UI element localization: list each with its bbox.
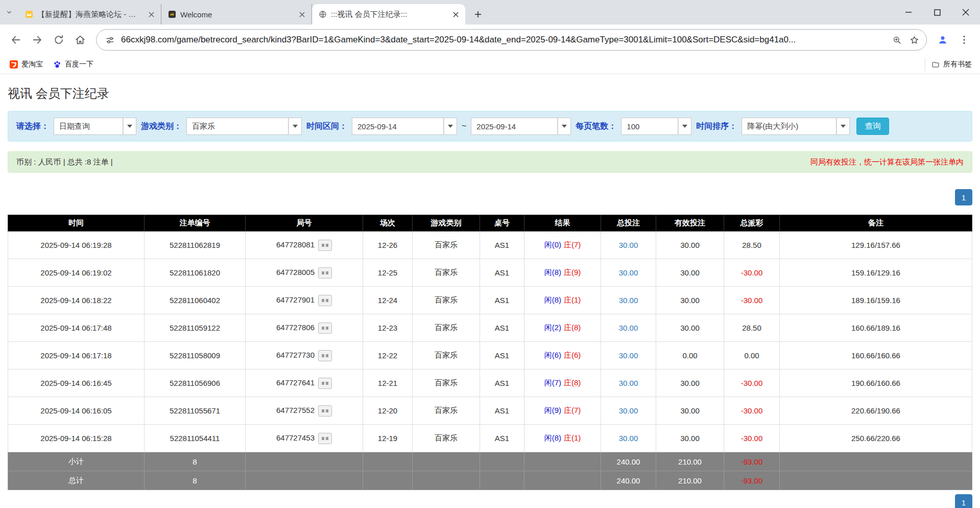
cell-bet-id: 522811061820 <box>145 259 246 287</box>
cell-game-type: 百家乐 <box>413 397 480 425</box>
browser-toolbar: 66cxkj98.com/game/betrecord_search/kind3… <box>0 25 980 55</box>
round-detail-icon[interactable] <box>318 350 332 361</box>
forward-icon[interactable] <box>27 29 48 51</box>
round-id-text: 647727552 <box>276 405 315 414</box>
pagination-top: 1 <box>8 189 972 205</box>
back-icon[interactable] <box>5 29 27 51</box>
round-id-text: 647727901 <box>276 295 315 304</box>
close-window-button[interactable] <box>951 0 980 25</box>
tab-bet-records[interactable]: :::视讯 会员下注纪录::: <box>312 4 465 25</box>
cell-total-bet: 30.00 <box>601 314 656 342</box>
chevron-down-icon[interactable] <box>678 118 691 135</box>
menu-kebab-icon[interactable] <box>953 29 975 51</box>
close-tab-icon[interactable] <box>450 9 461 20</box>
cell-note: 189.16/159.16 <box>780 287 972 314</box>
cell-bet-id: 522811058009 <box>145 342 246 370</box>
round-detail-icon[interactable] <box>318 240 332 251</box>
round-id-text: 647728081 <box>276 240 315 248</box>
bookmark-taobao[interactable]: 爱淘宝 <box>5 58 47 71</box>
tab-title: Welcome <box>180 10 291 19</box>
cell-valid-bet: 30.00 <box>656 370 724 397</box>
table-row: 2025-09-14 06:19:28522811062819647728081… <box>8 232 972 259</box>
cell-round-id: 647727730 <box>246 342 363 370</box>
total-bet-link[interactable]: 30.00 <box>619 241 638 249</box>
refresh-icon[interactable] <box>48 29 69 51</box>
profile-icon[interactable] <box>932 29 953 51</box>
pagination-bottom: 1 <box>8 494 972 508</box>
chevron-down-icon[interactable] <box>444 118 457 135</box>
round-detail-icon[interactable] <box>318 267 332 279</box>
page-1-button[interactable]: 1 <box>955 494 972 508</box>
cell-time: 2025-09-14 06:18:22 <box>8 287 145 314</box>
browser-window: { "colors": { "accent_blue": "#337ab7", … <box>0 0 980 508</box>
per-page-select[interactable]: 100 <box>621 118 691 135</box>
bookmarks-bar: 爱淘宝 百度一下 所有书签 <box>0 55 980 74</box>
total-bet-link[interactable]: 30.00 <box>619 379 638 387</box>
total-bet-link[interactable]: 30.00 <box>619 296 638 305</box>
total-bet-link[interactable]: 30.00 <box>619 268 638 277</box>
game-type-select[interactable]: 百家乐 <box>186 118 302 135</box>
page-1-button[interactable]: 1 <box>955 189 972 205</box>
cell-note: 160.66/189.16 <box>780 314 972 342</box>
round-detail-icon[interactable] <box>318 405 332 417</box>
tab-welcome[interactable]: Welcome <box>161 4 312 25</box>
cell-payout: 28.50 <box>724 232 780 259</box>
table-row: 2025-09-14 06:16:05522811055671647727552… <box>8 397 972 425</box>
result-banker: 庄(8) <box>564 378 581 387</box>
bookmark-baidu[interactable]: 百度一下 <box>49 58 98 71</box>
cell-payout: -30.00 <box>724 425 780 452</box>
home-icon[interactable] <box>69 29 91 51</box>
total-bet-link[interactable]: 30.00 <box>619 406 638 415</box>
close-tab-icon[interactable] <box>296 9 307 20</box>
column-header: 游戏类别 <box>413 215 480 232</box>
sort-select[interactable]: 降幂(由大到小) <box>742 118 850 135</box>
bookmark-label: 百度一下 <box>65 60 93 69</box>
address-bar[interactable]: 66cxkj98.com/game/betrecord_search/kind3… <box>96 29 927 51</box>
sort-label: 时间排序： <box>696 121 737 132</box>
round-detail-icon[interactable] <box>318 378 332 389</box>
bookmark-star-icon[interactable] <box>908 34 920 46</box>
date-end-select[interactable]: 2025-09-14 <box>471 118 571 135</box>
cell-session: 12-19 <box>363 425 413 452</box>
cell-total-bet: 30.00 <box>601 370 656 397</box>
round-detail-icon[interactable] <box>318 295 332 306</box>
chevron-down-icon[interactable] <box>123 118 136 135</box>
chevron-down-icon[interactable] <box>836 118 850 135</box>
game-type-value: 百家乐 <box>186 118 289 135</box>
tab-search-chevron-icon[interactable] <box>0 0 18 25</box>
cell-table-no: AS1 <box>480 425 524 452</box>
summary-count: 8 <box>145 452 246 471</box>
minimize-button[interactable] <box>894 0 923 25</box>
cell-total-bet: 30.00 <box>601 397 656 425</box>
cell-total-bet: 30.00 <box>601 287 656 314</box>
total-bet-link[interactable]: 30.00 <box>619 324 638 332</box>
cell-session: 12-25 <box>363 259 413 287</box>
round-detail-icon[interactable] <box>318 322 332 334</box>
round-detail-icon[interactable] <box>318 433 332 444</box>
chevron-down-icon[interactable] <box>289 118 302 135</box>
cell-total-bet: 30.00 <box>601 425 656 452</box>
per-page-value: 100 <box>621 118 678 135</box>
query-type-select[interactable]: 日期查询 <box>54 118 136 135</box>
cell-table-no: AS1 <box>480 259 524 287</box>
chevron-down-icon[interactable] <box>558 118 571 135</box>
zoom-icon[interactable] <box>891 34 903 46</box>
result-banker: 庄(1) <box>564 433 581 442</box>
close-tab-icon[interactable] <box>146 9 157 20</box>
total-bet-link[interactable]: 30.00 <box>619 351 638 360</box>
cell-round-id: 647727453 <box>246 425 363 452</box>
maximize-button[interactable] <box>923 0 951 25</box>
cell-valid-bet: 30.00 <box>656 287 724 314</box>
cell-game-type: 百家乐 <box>413 370 480 397</box>
date-start-value: 2025-09-14 <box>352 118 444 135</box>
date-start-select[interactable]: 2025-09-14 <box>352 118 457 135</box>
total-bet-link[interactable]: 30.00 <box>619 434 638 443</box>
url-text[interactable]: 66cxkj98.com/game/betrecord_search/kind3… <box>121 35 886 45</box>
tab-forum[interactable]: 【新提醒】海燕策略论坛 - 综合 <box>18 4 161 25</box>
new-tab-button[interactable]: + <box>469 6 487 23</box>
all-bookmarks[interactable]: 所有书签 <box>925 58 975 71</box>
search-button[interactable]: 查询 <box>856 118 889 135</box>
site-settings-icon[interactable] <box>104 34 116 46</box>
tab-bar: 【新提醒】海燕策略论坛 - 综合 Welcome :::视讯 会员下注纪录:::… <box>0 0 980 25</box>
column-header: 总派彩 <box>724 215 780 232</box>
